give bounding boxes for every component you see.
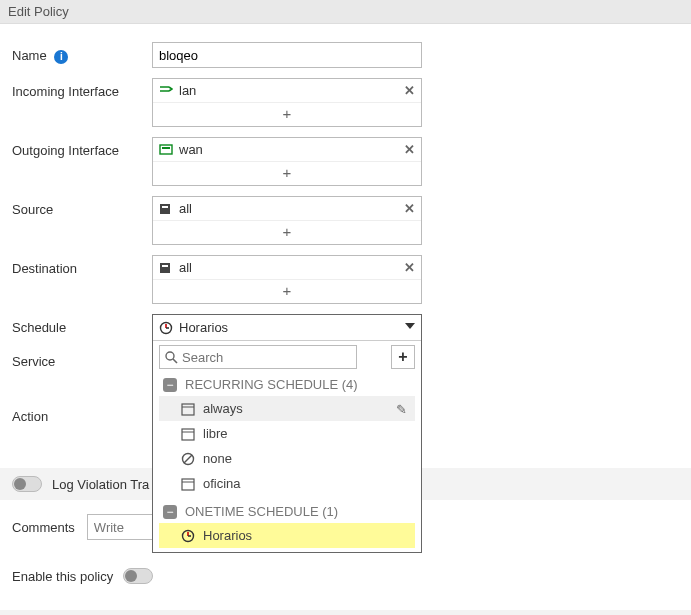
outgoing-box[interactable]: wan ✕ + — [152, 137, 422, 186]
svg-rect-5 — [162, 265, 168, 267]
name-input[interactable] — [152, 42, 422, 68]
lan-icon — [159, 84, 173, 98]
destination-add[interactable]: + — [153, 279, 421, 303]
label-name: Name i — [12, 42, 152, 64]
remove-icon[interactable]: ✕ — [404, 142, 415, 157]
svg-line-14 — [184, 455, 192, 463]
svg-rect-9 — [182, 404, 194, 415]
outgoing-value: wan — [179, 142, 203, 157]
label-action: Action — [12, 403, 152, 424]
schedule-item-always[interactable]: always ✎ — [159, 396, 415, 421]
svg-line-8 — [173, 359, 177, 363]
incoming-add[interactable]: + — [153, 102, 421, 126]
schedule-selected[interactable]: Horarios — [153, 315, 421, 340]
search-icon — [164, 350, 178, 364]
label-comments: Comments — [12, 520, 75, 535]
enable-policy-toggle[interactable] — [123, 568, 153, 584]
source-chip[interactable]: all ✕ — [153, 197, 421, 220]
schedule-dropdown[interactable]: Horarios + − — [152, 314, 422, 553]
info-icon[interactable]: i — [54, 50, 68, 64]
svg-rect-3 — [162, 206, 168, 208]
ban-icon — [181, 452, 195, 466]
label-source: Source — [12, 196, 152, 217]
destination-chip[interactable]: all ✕ — [153, 256, 421, 279]
svg-point-7 — [166, 352, 174, 360]
row-destination: Destination all ✕ + — [12, 255, 679, 304]
window-title: Edit Policy — [0, 0, 691, 24]
collapse-icon[interactable]: − — [163, 505, 177, 519]
label-destination: Destination — [12, 255, 152, 276]
destination-box[interactable]: all ✕ + — [152, 255, 422, 304]
schedule-item-none[interactable]: none — [159, 446, 415, 471]
source-add[interactable]: + — [153, 220, 421, 244]
schedule-item-libre[interactable]: libre — [159, 421, 415, 446]
clock-icon — [159, 321, 173, 335]
outgoing-chip[interactable]: wan ✕ — [153, 138, 421, 161]
svg-rect-1 — [162, 147, 170, 149]
source-box[interactable]: all ✕ + — [152, 196, 422, 245]
svg-rect-11 — [182, 429, 194, 440]
schedule-add-button[interactable]: + — [391, 345, 415, 369]
incoming-box[interactable]: lan ✕ + — [152, 78, 422, 127]
label-service: Service — [12, 348, 152, 369]
calendar-icon — [181, 427, 195, 441]
schedule-group-label: ONETIME SCHEDULE (1) — [185, 504, 338, 519]
calendar-icon — [181, 477, 195, 491]
collapse-icon[interactable]: − — [163, 378, 177, 392]
schedule-group-label: RECURRING SCHEDULE (4) — [185, 377, 358, 392]
address-icon — [159, 261, 173, 275]
schedule-dropdown-body: + − RECURRING SCHEDULE (4) always ✎ — [153, 340, 421, 552]
schedule-item-oficina[interactable]: oficina — [159, 471, 415, 496]
row-schedule: Schedule Horarios — [12, 314, 679, 342]
calendar-icon — [181, 402, 195, 416]
row-name: Name i — [12, 42, 679, 68]
title-text: Edit Policy — [8, 4, 69, 19]
schedule-group-recurring[interactable]: − RECURRING SCHEDULE (4) — [159, 369, 415, 396]
label-schedule: Schedule — [12, 314, 152, 335]
footer: OK Cancel — [0, 610, 691, 615]
label-outgoing: Outgoing Interface — [12, 137, 152, 158]
source-value: all — [179, 201, 192, 216]
schedule-selected-label: Horarios — [179, 320, 228, 335]
chevron-down-icon — [405, 323, 415, 329]
incoming-chip[interactable]: lan ✕ — [153, 79, 421, 102]
row-enable: Enable this policy — [0, 548, 691, 592]
remove-icon[interactable]: ✕ — [404, 83, 415, 98]
svg-rect-4 — [160, 263, 170, 273]
svg-rect-2 — [160, 204, 170, 214]
schedule-group-onetime[interactable]: − ONETIME SCHEDULE (1) — [159, 496, 415, 523]
clock-icon — [181, 529, 195, 543]
schedule-search-input[interactable] — [159, 345, 357, 369]
schedule-item-horarios[interactable]: Horarios — [159, 523, 415, 548]
row-outgoing: Outgoing Interface wan ✕ + — [12, 137, 679, 186]
label-enable: Enable this policy — [12, 569, 113, 584]
log-violation-toggle[interactable] — [12, 476, 42, 492]
svg-rect-15 — [182, 479, 194, 490]
log-violation-label: Log Violation Tra — [52, 477, 149, 492]
remove-icon[interactable]: ✕ — [404, 260, 415, 275]
incoming-value: lan — [179, 83, 196, 98]
address-icon — [159, 202, 173, 216]
form-body: Name i Incoming Interface lan ✕ + Outgo — [0, 24, 691, 442]
outgoing-add[interactable]: + — [153, 161, 421, 185]
label-incoming: Incoming Interface — [12, 78, 152, 99]
row-incoming: Incoming Interface lan ✕ + — [12, 78, 679, 127]
row-source: Source all ✕ + — [12, 196, 679, 245]
remove-icon[interactable]: ✕ — [404, 201, 415, 216]
wan-icon — [159, 143, 173, 157]
edit-icon[interactable]: ✎ — [396, 402, 407, 417]
destination-value: all — [179, 260, 192, 275]
svg-rect-0 — [160, 145, 172, 154]
